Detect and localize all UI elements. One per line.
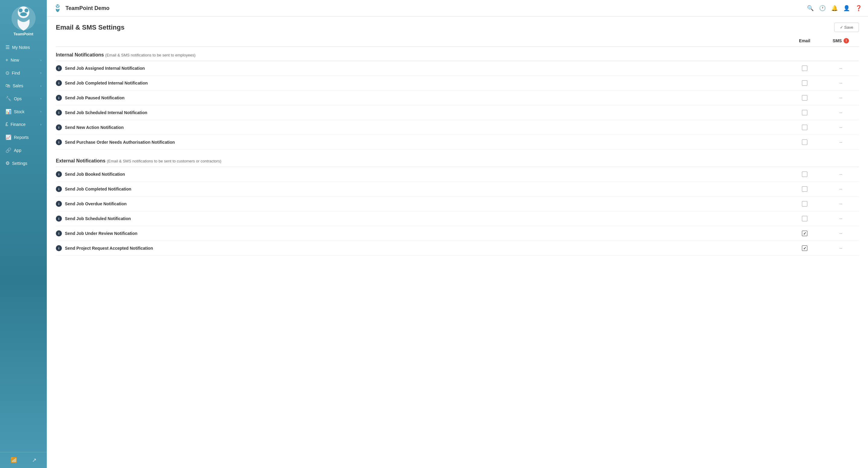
find-icon: ⊙ — [5, 70, 9, 76]
chevron-right-icon: › — [40, 84, 41, 88]
sidebar-item-label: New — [10, 58, 19, 62]
sms-value: -- — [823, 201, 859, 206]
sidebar-item-find[interactable]: ⊙ Find › — [0, 66, 47, 80]
ops-icon: 🔧 — [5, 96, 11, 101]
sidebar-item-settings[interactable]: ⚙ Settings — [0, 157, 47, 170]
info-icon: i — [56, 171, 62, 177]
svg-point-2 — [25, 8, 28, 12]
save-button[interactable]: ✓ Save — [834, 23, 859, 32]
notification-label: Send New Action Notification — [65, 125, 124, 130]
topbar: TeamPoint Demo 🔍 🕐 🔔 👤 ❓ — [47, 0, 868, 17]
email-checkbox-cell — [786, 172, 823, 177]
sidebar-item-finance[interactable]: £ Finance › — [0, 118, 47, 131]
sidebar-nav: ☰ My Notes + New › ⊙ Find › 🛍 Sales › — [0, 41, 47, 452]
info-icon: i — [56, 124, 62, 130]
chevron-right-icon: › — [40, 97, 41, 100]
notification-left: i Send Job Booked Notification — [56, 171, 786, 177]
info-icon: i — [56, 230, 62, 236]
sidebar-item-label: Find — [12, 71, 20, 76]
chevron-right-icon: › — [40, 110, 41, 113]
finance-icon: £ — [5, 122, 8, 127]
sms-value: -- — [823, 95, 859, 100]
main-area: TeamPoint Demo 🔍 🕐 🔔 👤 ❓ Email & SMS Set… — [47, 0, 868, 468]
notification-left: i Send Job Assigned Internal Notificatio… — [56, 65, 786, 71]
sms-warning-icon: ! — [843, 38, 849, 43]
info-icon: i — [56, 65, 62, 71]
reports-icon: 📈 — [5, 134, 11, 140]
search-icon[interactable]: 🔍 — [807, 5, 814, 11]
email-checkbox[interactable] — [802, 172, 807, 177]
notification-left: i Send Job Paused Notification — [56, 95, 786, 101]
sidebar-item-stock[interactable]: 📊 Stock › — [0, 105, 47, 118]
notification-row: i Send Job Under Review Notification -- — [56, 226, 859, 241]
sales-icon: 🛍 — [5, 83, 10, 88]
wifi-icon[interactable]: 📶 — [10, 457, 17, 464]
sidebar-item-label: Sales — [13, 83, 23, 88]
notification-left: i Send Project Request Accepted Notifica… — [56, 245, 786, 251]
notification-label: Send Purchase Order Needs Authorisation … — [65, 140, 175, 145]
external-section-title: External Notifications — [56, 158, 105, 163]
sidebar: TeamPoint ☰ My Notes + New › ⊙ Find › 🛍 — [0, 0, 47, 468]
info-icon: i — [56, 139, 62, 145]
svg-point-3 — [20, 12, 27, 16]
internal-section-subtitle: (Email & SMS notifications to be sent to… — [105, 53, 195, 57]
email-checkbox[interactable] — [802, 140, 807, 145]
notifications-icon[interactable]: 🔔 — [831, 5, 838, 11]
plus-icon: + — [5, 57, 8, 63]
notification-label: Send Job Scheduled Notification — [65, 216, 131, 221]
topbar-title: TeamPoint Demo — [65, 5, 110, 11]
email-checkbox-cell — [786, 65, 823, 71]
email-checkbox[interactable] — [802, 216, 807, 221]
svg-point-6 — [58, 5, 59, 6]
history-icon[interactable]: 🕐 — [819, 5, 826, 11]
sidebar-item-label: Settings — [12, 161, 28, 166]
notification-left: i Send Job Overdue Notification — [56, 201, 786, 207]
email-checkbox-cell — [786, 231, 823, 236]
info-icon: i — [56, 186, 62, 192]
sidebar-item-app[interactable]: 🔗 App — [0, 144, 47, 157]
email-checkbox[interactable] — [802, 65, 807, 71]
svg-point-1 — [19, 8, 23, 12]
notification-left: i Send Purchase Order Needs Authorisatio… — [56, 139, 786, 145]
sidebar-item-my-notes[interactable]: ☰ My Notes — [0, 41, 47, 54]
notification-row: i Send Job Paused Notification -- — [56, 91, 859, 106]
email-checkbox[interactable] — [802, 231, 807, 236]
email-checkbox[interactable] — [802, 245, 807, 251]
email-checkbox[interactable] — [802, 186, 807, 192]
chevron-right-icon: › — [40, 59, 41, 62]
sms-value: -- — [823, 186, 859, 192]
share-icon[interactable]: ↗ — [32, 457, 36, 464]
email-checkbox[interactable] — [802, 110, 807, 115]
email-checkbox[interactable] — [802, 201, 807, 207]
sidebar-item-label: Stock — [14, 109, 25, 114]
page-header: Email & SMS Settings ✓ Save — [56, 23, 859, 32]
notification-label: Send Job Completed Notification — [65, 186, 131, 192]
stock-icon: 📊 — [5, 109, 11, 114]
notification-left: i Send Job Scheduled Internal Notificati… — [56, 110, 786, 116]
chevron-right-icon: › — [40, 123, 41, 126]
email-checkbox[interactable] — [802, 80, 807, 86]
user-icon[interactable]: 👤 — [843, 5, 850, 11]
info-icon: i — [56, 110, 62, 116]
email-column-header: Email — [786, 38, 823, 43]
email-checkbox-cell — [786, 186, 823, 192]
svg-point-5 — [56, 5, 57, 6]
sidebar-item-label: My Notes — [12, 45, 30, 50]
email-checkbox[interactable] — [802, 125, 807, 130]
sidebar-item-ops[interactable]: 🔧 Ops › — [0, 92, 47, 105]
sidebar-item-new[interactable]: + New › — [0, 54, 47, 66]
email-checkbox-cell — [786, 95, 823, 100]
sidebar-item-reports[interactable]: 📈 Reports — [0, 131, 47, 144]
sidebar-item-label: Reports — [14, 135, 29, 140]
notification-row: i Send Job Booked Notification -- — [56, 167, 859, 182]
notification-row: i Send Job Scheduled Internal Notificati… — [56, 106, 859, 120]
sidebar-item-label: Finance — [10, 122, 26, 127]
info-icon: i — [56, 215, 62, 222]
email-checkbox[interactable] — [802, 95, 807, 100]
internal-section-title: Internal Notifications — [56, 52, 104, 57]
sidebar-item-sales[interactable]: 🛍 Sales › — [0, 80, 47, 92]
help-icon[interactable]: ❓ — [855, 5, 862, 11]
topbar-icons: 🔍 🕐 🔔 👤 ❓ — [807, 5, 862, 11]
notification-row: i Send Job Overdue Notification -- — [56, 197, 859, 211]
internal-section-header: Internal Notifications (Email & SMS noti… — [56, 47, 859, 61]
